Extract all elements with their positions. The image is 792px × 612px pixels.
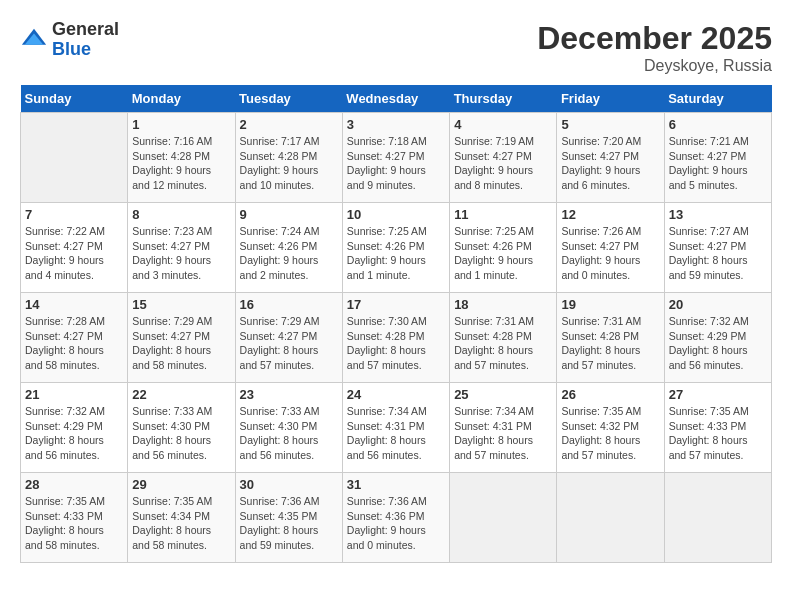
day-cell: 5Sunrise: 7:20 AM Sunset: 4:27 PM Daylig… [557, 113, 664, 203]
calendar-table: SundayMondayTuesdayWednesdayThursdayFrid… [20, 85, 772, 563]
day-number: 28 [25, 477, 123, 492]
weekday-header-wednesday: Wednesday [342, 85, 449, 113]
day-number: 6 [669, 117, 767, 132]
day-cell: 27Sunrise: 7:35 AM Sunset: 4:33 PM Dayli… [664, 383, 771, 473]
week-row-0: 1Sunrise: 7:16 AM Sunset: 4:28 PM Daylig… [21, 113, 772, 203]
day-number: 27 [669, 387, 767, 402]
day-cell: 29Sunrise: 7:35 AM Sunset: 4:34 PM Dayli… [128, 473, 235, 563]
day-info: Sunrise: 7:25 AM Sunset: 4:26 PM Dayligh… [347, 224, 445, 283]
day-number: 18 [454, 297, 552, 312]
day-cell: 17Sunrise: 7:30 AM Sunset: 4:28 PM Dayli… [342, 293, 449, 383]
day-cell [450, 473, 557, 563]
day-number: 10 [347, 207, 445, 222]
day-cell: 26Sunrise: 7:35 AM Sunset: 4:32 PM Dayli… [557, 383, 664, 473]
weekday-header-thursday: Thursday [450, 85, 557, 113]
day-number: 3 [347, 117, 445, 132]
week-row-1: 7Sunrise: 7:22 AM Sunset: 4:27 PM Daylig… [21, 203, 772, 293]
day-cell [664, 473, 771, 563]
day-info: Sunrise: 7:16 AM Sunset: 4:28 PM Dayligh… [132, 134, 230, 193]
day-info: Sunrise: 7:20 AM Sunset: 4:27 PM Dayligh… [561, 134, 659, 193]
day-cell: 25Sunrise: 7:34 AM Sunset: 4:31 PM Dayli… [450, 383, 557, 473]
day-cell: 16Sunrise: 7:29 AM Sunset: 4:27 PM Dayli… [235, 293, 342, 383]
logo-general-text: General [52, 19, 119, 39]
location: Deyskoye, Russia [537, 57, 772, 75]
day-info: Sunrise: 7:35 AM Sunset: 4:32 PM Dayligh… [561, 404, 659, 463]
weekday-row: SundayMondayTuesdayWednesdayThursdayFrid… [21, 85, 772, 113]
day-info: Sunrise: 7:26 AM Sunset: 4:27 PM Dayligh… [561, 224, 659, 283]
day-info: Sunrise: 7:34 AM Sunset: 4:31 PM Dayligh… [347, 404, 445, 463]
day-info: Sunrise: 7:32 AM Sunset: 4:29 PM Dayligh… [25, 404, 123, 463]
weekday-header-friday: Friday [557, 85, 664, 113]
day-number: 9 [240, 207, 338, 222]
logo-icon [20, 26, 48, 54]
day-cell: 12Sunrise: 7:26 AM Sunset: 4:27 PM Dayli… [557, 203, 664, 293]
day-number: 13 [669, 207, 767, 222]
day-info: Sunrise: 7:24 AM Sunset: 4:26 PM Dayligh… [240, 224, 338, 283]
day-info: Sunrise: 7:33 AM Sunset: 4:30 PM Dayligh… [132, 404, 230, 463]
day-cell: 30Sunrise: 7:36 AM Sunset: 4:35 PM Dayli… [235, 473, 342, 563]
day-number: 1 [132, 117, 230, 132]
day-info: Sunrise: 7:29 AM Sunset: 4:27 PM Dayligh… [240, 314, 338, 373]
day-number: 30 [240, 477, 338, 492]
week-row-4: 28Sunrise: 7:35 AM Sunset: 4:33 PM Dayli… [21, 473, 772, 563]
day-cell: 7Sunrise: 7:22 AM Sunset: 4:27 PM Daylig… [21, 203, 128, 293]
day-info: Sunrise: 7:18 AM Sunset: 4:27 PM Dayligh… [347, 134, 445, 193]
day-cell: 8Sunrise: 7:23 AM Sunset: 4:27 PM Daylig… [128, 203, 235, 293]
day-cell: 4Sunrise: 7:19 AM Sunset: 4:27 PM Daylig… [450, 113, 557, 203]
day-number: 26 [561, 387, 659, 402]
weekday-header-saturday: Saturday [664, 85, 771, 113]
title-block: December 2025 Deyskoye, Russia [537, 20, 772, 75]
day-info: Sunrise: 7:35 AM Sunset: 4:34 PM Dayligh… [132, 494, 230, 553]
day-number: 8 [132, 207, 230, 222]
day-cell: 13Sunrise: 7:27 AM Sunset: 4:27 PM Dayli… [664, 203, 771, 293]
day-cell [557, 473, 664, 563]
logo-blue-text: Blue [52, 39, 91, 59]
week-row-2: 14Sunrise: 7:28 AM Sunset: 4:27 PM Dayli… [21, 293, 772, 383]
day-cell: 15Sunrise: 7:29 AM Sunset: 4:27 PM Dayli… [128, 293, 235, 383]
day-cell: 31Sunrise: 7:36 AM Sunset: 4:36 PM Dayli… [342, 473, 449, 563]
day-cell: 10Sunrise: 7:25 AM Sunset: 4:26 PM Dayli… [342, 203, 449, 293]
day-number: 21 [25, 387, 123, 402]
day-cell: 28Sunrise: 7:35 AM Sunset: 4:33 PM Dayli… [21, 473, 128, 563]
day-info: Sunrise: 7:19 AM Sunset: 4:27 PM Dayligh… [454, 134, 552, 193]
day-cell: 20Sunrise: 7:32 AM Sunset: 4:29 PM Dayli… [664, 293, 771, 383]
day-info: Sunrise: 7:25 AM Sunset: 4:26 PM Dayligh… [454, 224, 552, 283]
day-number: 24 [347, 387, 445, 402]
day-cell: 22Sunrise: 7:33 AM Sunset: 4:30 PM Dayli… [128, 383, 235, 473]
calendar-header: SundayMondayTuesdayWednesdayThursdayFrid… [21, 85, 772, 113]
day-cell: 9Sunrise: 7:24 AM Sunset: 4:26 PM Daylig… [235, 203, 342, 293]
day-number: 20 [669, 297, 767, 312]
day-cell: 3Sunrise: 7:18 AM Sunset: 4:27 PM Daylig… [342, 113, 449, 203]
day-info: Sunrise: 7:36 AM Sunset: 4:36 PM Dayligh… [347, 494, 445, 553]
day-cell: 18Sunrise: 7:31 AM Sunset: 4:28 PM Dayli… [450, 293, 557, 383]
day-info: Sunrise: 7:32 AM Sunset: 4:29 PM Dayligh… [669, 314, 767, 373]
page-header: General Blue December 2025 Deyskoye, Rus… [20, 20, 772, 75]
day-cell: 6Sunrise: 7:21 AM Sunset: 4:27 PM Daylig… [664, 113, 771, 203]
day-number: 14 [25, 297, 123, 312]
weekday-header-monday: Monday [128, 85, 235, 113]
calendar-body: 1Sunrise: 7:16 AM Sunset: 4:28 PM Daylig… [21, 113, 772, 563]
day-number: 7 [25, 207, 123, 222]
weekday-header-tuesday: Tuesday [235, 85, 342, 113]
day-info: Sunrise: 7:29 AM Sunset: 4:27 PM Dayligh… [132, 314, 230, 373]
day-number: 11 [454, 207, 552, 222]
day-number: 29 [132, 477, 230, 492]
day-info: Sunrise: 7:28 AM Sunset: 4:27 PM Dayligh… [25, 314, 123, 373]
day-info: Sunrise: 7:23 AM Sunset: 4:27 PM Dayligh… [132, 224, 230, 283]
day-number: 12 [561, 207, 659, 222]
month-title: December 2025 [537, 20, 772, 57]
day-cell: 14Sunrise: 7:28 AM Sunset: 4:27 PM Dayli… [21, 293, 128, 383]
day-info: Sunrise: 7:30 AM Sunset: 4:28 PM Dayligh… [347, 314, 445, 373]
day-info: Sunrise: 7:21 AM Sunset: 4:27 PM Dayligh… [669, 134, 767, 193]
day-number: 17 [347, 297, 445, 312]
logo: General Blue [20, 20, 119, 60]
day-number: 2 [240, 117, 338, 132]
day-cell: 21Sunrise: 7:32 AM Sunset: 4:29 PM Dayli… [21, 383, 128, 473]
day-cell [21, 113, 128, 203]
day-info: Sunrise: 7:17 AM Sunset: 4:28 PM Dayligh… [240, 134, 338, 193]
day-cell: 1Sunrise: 7:16 AM Sunset: 4:28 PM Daylig… [128, 113, 235, 203]
week-row-3: 21Sunrise: 7:32 AM Sunset: 4:29 PM Dayli… [21, 383, 772, 473]
day-number: 23 [240, 387, 338, 402]
day-number: 31 [347, 477, 445, 492]
day-number: 5 [561, 117, 659, 132]
